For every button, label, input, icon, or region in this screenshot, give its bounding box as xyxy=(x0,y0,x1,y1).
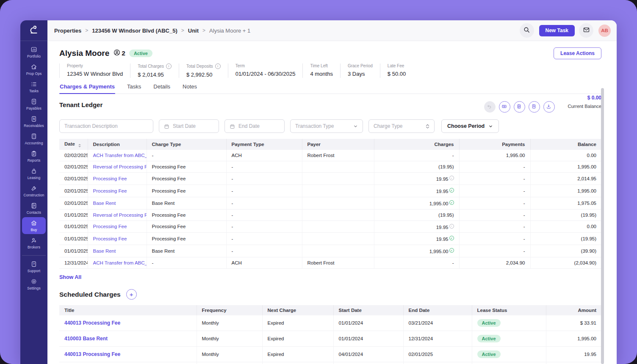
ledger-link[interactable]: ACH Transfer from ABC_5 xyxy=(93,260,147,265)
app-logo[interactable] xyxy=(20,20,47,41)
sidebar-item-construction[interactable]: Construction xyxy=(22,182,46,199)
cell-charge-type: Base Rent xyxy=(147,245,226,257)
sidebar-item-tasks[interactable]: Tasks xyxy=(22,78,46,95)
ledger-link[interactable]: Processing Fee xyxy=(93,236,127,241)
breadcrumb-item[interactable]: 123456 W Windsor Blvd (ABC_5) xyxy=(92,28,188,34)
end-date-input[interactable]: End Date xyxy=(224,119,285,133)
tab-details[interactable]: Details xyxy=(153,83,171,94)
charge-status-icon xyxy=(449,248,454,253)
messages-button[interactable] xyxy=(579,23,593,38)
sidebar-item-receivables[interactable]: $ Receivables xyxy=(22,113,46,130)
occupants[interactable]: 2 xyxy=(113,49,125,58)
cell-payments: - xyxy=(459,161,530,173)
charge-type-select[interactable]: Charge Type xyxy=(368,119,435,133)
cell-balance: (2,034.90) xyxy=(530,257,601,269)
choose-period-button[interactable]: Choose Period xyxy=(441,119,499,133)
ledger-header-row: Date Description Charge Type Payment Typ… xyxy=(59,139,601,150)
new-task-button[interactable]: New Task xyxy=(539,25,575,36)
sidebar-item-accounting[interactable]: Accounting xyxy=(22,130,46,147)
cell-date: 02/01/2025 xyxy=(59,197,88,209)
ledger-link[interactable]: Processing Fee xyxy=(93,176,127,181)
user-avatar[interactable]: AB xyxy=(598,25,611,37)
sidebar-item-contacts[interactable]: Contacts xyxy=(22,200,46,217)
cell-description: Processing Fee xyxy=(88,221,147,233)
lease-status-badge: Active xyxy=(477,350,501,358)
cell-payer xyxy=(302,245,374,257)
cell-charges: 19.95 xyxy=(374,233,459,245)
scheduled-link-440013-processing-fee[interactable]: 440013 Processing Fee xyxy=(64,320,120,326)
scheduled-link-440013-processing-fee[interactable]: 440013 Processing Fee xyxy=(64,351,120,357)
ledger-link[interactable]: Reversal of Processing Fee xyxy=(93,164,147,169)
ledger-action-download-icon[interactable] xyxy=(543,101,555,113)
column-header-charges: Charges xyxy=(374,139,459,150)
ledger-action-receipt-icon[interactable] xyxy=(514,101,525,113)
lease-actions-button[interactable]: Lease Actions xyxy=(554,47,601,59)
ledger-link[interactable]: Base Rent xyxy=(93,201,116,206)
ledger-link[interactable]: ACH Transfer from ABC_5 xyxy=(93,153,147,158)
cell-description: Processing Fee xyxy=(88,173,147,185)
breadcrumb-item[interactable]: Unit xyxy=(188,28,209,34)
sidebar-item-support[interactable]: ? Support xyxy=(22,255,46,275)
cell-payments: - xyxy=(459,233,530,245)
cell-charge-type: Base Rent xyxy=(147,197,226,209)
cell-start-date: 01/01/2024 xyxy=(333,331,403,347)
ledger-link[interactable]: Processing Fee xyxy=(93,188,127,193)
accounting-icon xyxy=(30,133,37,140)
tab-tasks[interactable]: Tasks xyxy=(127,83,141,94)
ledger-link[interactable]: Base Rent xyxy=(93,248,116,254)
start-date-input[interactable]: Start Date xyxy=(159,119,219,133)
scheduled-link-410003-base-rent[interactable]: 410003 Base Rent xyxy=(64,336,108,342)
ledger-row: 12/31/2024 ACH Transfer from ABC_5 - ACH… xyxy=(59,257,601,269)
current-balance-value: $ 0.00 xyxy=(562,95,601,101)
ledger-action-card-payment-icon[interactable] xyxy=(499,101,510,113)
show-all-link[interactable]: Show All xyxy=(59,274,81,280)
cell-balance: 1,995.00 xyxy=(530,161,601,173)
cell-lease-status: Active xyxy=(472,362,546,364)
vertical-scrollbar[interactable] xyxy=(601,88,604,364)
breadcrumb-item[interactable]: Properties xyxy=(54,28,92,34)
cell-balance: 1,975.05 xyxy=(530,197,601,209)
ledger-action-invoice-dollar-icon[interactable]: $ xyxy=(529,101,540,113)
sidebar-item-reports[interactable]: Reports xyxy=(22,148,46,165)
sort-icon[interactable] xyxy=(78,144,81,147)
receivables-icon: $ xyxy=(30,116,37,122)
cell-lease-status: Active xyxy=(472,331,546,347)
cell-date: 02/01/2025 xyxy=(59,173,88,185)
cell-lease-status: Active xyxy=(472,315,546,331)
payables-icon xyxy=(30,98,37,105)
info-icon[interactable] xyxy=(166,63,172,69)
sidebar-item-brokers[interactable]: $ Brokers xyxy=(22,234,46,251)
occupants-count: 2 xyxy=(122,50,125,57)
cell-start-date: 04/01/2024 xyxy=(333,347,403,362)
cell-frequency: Monthly xyxy=(197,362,262,364)
mail-icon xyxy=(583,26,590,35)
cell-lease-status: Active xyxy=(472,347,546,362)
cell-charge-type: Processing Fee xyxy=(147,221,226,233)
sidebar-item-prop-ops[interactable]: Prop Ops xyxy=(22,61,46,78)
breadcrumb-item[interactable]: Alysia Moore + 1 xyxy=(209,28,254,34)
tab-notes[interactable]: Notes xyxy=(182,83,197,94)
cell-date: 01/01/2025 xyxy=(59,233,88,245)
sidebar-item-settings[interactable]: Settings xyxy=(22,276,46,292)
tab-charges-payments[interactable]: Charges & Payments xyxy=(59,83,115,94)
support-icon: ? xyxy=(30,261,37,267)
ledger-link[interactable]: Processing Fee xyxy=(93,224,127,229)
settings-icon xyxy=(30,278,37,285)
cell-payment-type: - xyxy=(226,173,302,185)
sidebar-item-buy[interactable]: $ Buy xyxy=(22,217,46,234)
calendar-icon xyxy=(230,124,235,129)
cell-payer: Robert Frost xyxy=(302,150,374,161)
search-button[interactable] xyxy=(520,23,534,38)
transaction-description-input[interactable] xyxy=(59,119,153,133)
ledger-link[interactable]: Reversal of Processing Fee xyxy=(93,212,147,218)
add-scheduled-charge-button[interactable] xyxy=(126,289,137,300)
column-header-payment-type: Payment Type xyxy=(226,139,302,150)
transaction-type-select[interactable]: Transaction Type xyxy=(290,119,363,133)
sidebar-item-leasing[interactable]: Leasing xyxy=(22,165,46,182)
sidebar-item-payables[interactable]: Payables xyxy=(22,96,46,113)
ledger-action-undo-icon[interactable] xyxy=(484,101,496,113)
info-icon[interactable] xyxy=(215,63,221,69)
cell-description: Base Rent xyxy=(88,197,147,209)
ledger-body: 02/02/2025 ACH Transfer from ABC_5 - ACH… xyxy=(59,150,601,269)
sidebar-item-portfolio[interactable]: Portfolio xyxy=(22,44,46,61)
